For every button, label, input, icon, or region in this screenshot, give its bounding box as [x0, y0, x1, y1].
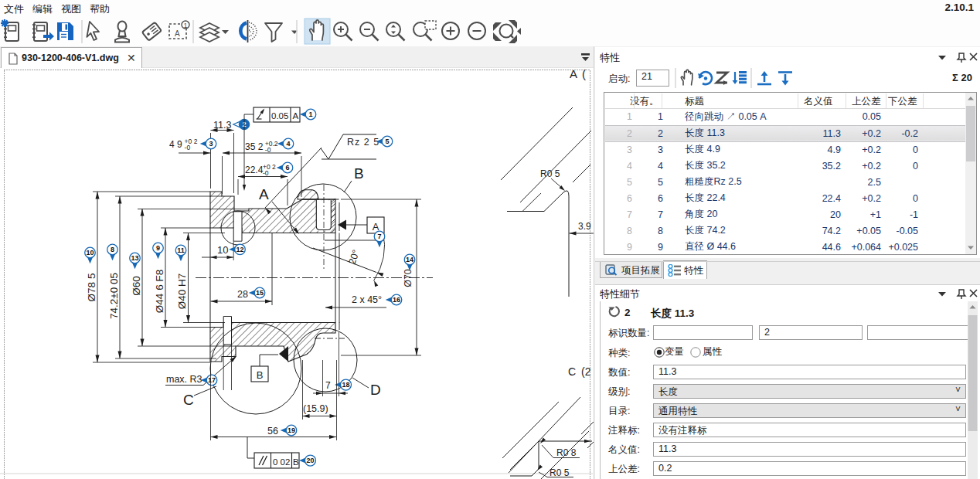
svg-text:0.05: 0.05 [271, 111, 288, 121]
svg-text:7: 7 [325, 380, 331, 391]
svg-text:12: 12 [236, 246, 243, 253]
svg-text:Rz 2 5: Rz 2 5 [347, 137, 379, 148]
svg-text:56: 56 [267, 426, 278, 437]
svg-text:A: A [293, 111, 299, 121]
svg-text:20: 20 [306, 457, 314, 464]
svg-text:Ø44 6 F8: Ø44 6 F8 [154, 270, 165, 313]
svg-text:28: 28 [237, 289, 248, 300]
svg-text:C: C [183, 392, 194, 408]
svg-text:7: 7 [377, 233, 381, 240]
svg-text:Ø40 H7: Ø40 H7 [176, 273, 188, 310]
svg-text:10: 10 [217, 244, 228, 256]
svg-text:-0: -0 [265, 146, 271, 154]
svg-text:-0: -0 [185, 144, 191, 151]
svg-text:1: 1 [308, 110, 312, 118]
svg-text:-0: -0 [263, 169, 269, 177]
svg-text:74.2±0 05: 74.2±0 05 [108, 273, 120, 319]
svg-text:10: 10 [86, 249, 94, 256]
svg-text:Ø60: Ø60 [131, 276, 142, 296]
svg-text:2 x 45°: 2 x 45° [352, 294, 382, 305]
svg-text:16: 16 [393, 296, 400, 304]
svg-text:C: C [568, 365, 576, 378]
svg-text:max. R3: max. R3 [166, 374, 202, 385]
svg-text:R0 8: R0 8 [556, 447, 577, 458]
svg-text:4 9: 4 9 [169, 139, 182, 150]
svg-text:19: 19 [288, 426, 295, 434]
svg-text:35 2: 35 2 [245, 141, 264, 152]
svg-text:20°: 20° [347, 249, 362, 266]
svg-text:D: D [370, 382, 381, 398]
svg-text:17: 17 [208, 376, 216, 384]
svg-text:B: B [293, 457, 299, 467]
svg-text:(: ( [582, 68, 586, 80]
svg-text:R0 5: R0 5 [550, 467, 570, 478]
svg-text:(15.9): (15.9) [303, 403, 328, 414]
svg-text:A: A [570, 68, 577, 80]
svg-text:11.3: 11.3 [213, 120, 231, 131]
svg-text:3: 3 [209, 140, 213, 148]
svg-text:1: 1 [183, 22, 187, 29]
svg-text:22.4: 22.4 [245, 165, 264, 175]
svg-text:A: A [175, 29, 180, 38]
svg-text:3.9: 3.9 [578, 221, 591, 232]
svg-text:4: 4 [286, 140, 290, 148]
svg-text:8: 8 [111, 246, 114, 253]
svg-text:B: B [354, 165, 364, 182]
svg-text:11: 11 [177, 246, 185, 254]
svg-text:Ø70: Ø70 [403, 269, 413, 287]
svg-text:13: 13 [131, 254, 138, 262]
svg-text:0 02: 0 02 [273, 457, 290, 467]
svg-text:A: A [259, 186, 269, 202]
svg-text:14: 14 [406, 256, 413, 263]
svg-text:A: A [373, 221, 379, 233]
svg-text:B: B [257, 369, 264, 381]
svg-text:Ø78 5: Ø78 5 [86, 273, 97, 302]
svg-text:5: 5 [385, 138, 389, 145]
svg-text:R0 5: R0 5 [540, 168, 560, 179]
svg-text:15: 15 [256, 289, 264, 297]
svg-text:9: 9 [156, 244, 160, 252]
svg-text:6: 6 [285, 164, 289, 172]
svg-text:18: 18 [342, 381, 349, 389]
svg-text:(2: (2 [581, 365, 591, 378]
